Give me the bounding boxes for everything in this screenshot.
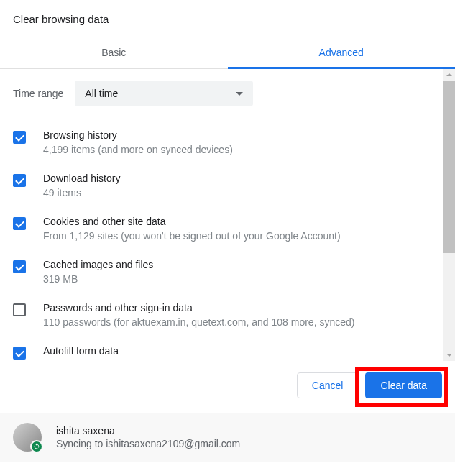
time-range-select[interactable]: All time: [75, 81, 253, 106]
item-content: Cached images and files 319 MB: [43, 259, 442, 285]
item-title: Download history: [43, 173, 442, 184]
item-title: Cached images and files: [43, 259, 442, 270]
item-browsing-history: Browsing history 4,199 items (and more o…: [13, 129, 442, 155]
checkbox-cookies[interactable]: [13, 217, 26, 230]
checkbox-cached[interactable]: [13, 260, 26, 273]
item-content: Cookies and other site data From 1,129 s…: [43, 216, 442, 242]
item-desc: 319 MB: [43, 273, 442, 285]
content-area: Time range All time Browsing history 4,1…: [0, 69, 455, 361]
scrollbar[interactable]: [443, 69, 455, 361]
time-range-label: Time range: [13, 88, 63, 99]
item-passwords: Passwords and other sign-in data 110 pas…: [13, 302, 442, 328]
item-desc: 110 passwords (for aktuexam.in, quetext.…: [43, 316, 442, 328]
scrollbar-thumb[interactable]: [443, 81, 455, 253]
sync-status: Syncing to ishitasaxena2109@gmail.com: [56, 438, 240, 449]
item-cookies: Cookies and other site data From 1,129 s…: [13, 216, 442, 242]
time-range-row: Time range All time: [13, 81, 442, 106]
item-title: Autofill form data: [43, 345, 442, 357]
avatar: [13, 423, 42, 452]
item-download-history: Download history 49 items: [13, 173, 442, 198]
item-title: Cookies and other site data: [43, 216, 442, 227]
button-row: Cancel Clear data: [0, 361, 455, 413]
footer: ishita saxena Syncing to ishitasaxena210…: [0, 413, 455, 462]
checkbox-autofill[interactable]: [13, 347, 26, 360]
item-title: Browsing history: [43, 129, 442, 141]
item-title: Passwords and other sign-in data: [43, 302, 442, 313]
item-content: Autofill form data: [43, 345, 442, 360]
item-content: Browsing history 4,199 items (and more o…: [43, 129, 442, 155]
item-content: Passwords and other sign-in data 110 pas…: [43, 302, 442, 328]
content-wrap: Time range All time Browsing history 4,1…: [0, 69, 455, 361]
cancel-button[interactable]: Cancel: [297, 372, 359, 398]
checkbox-passwords[interactable]: [13, 303, 26, 316]
checkbox-download-history[interactable]: [13, 174, 26, 187]
scrollbar-down-icon[interactable]: [443, 349, 455, 361]
item-desc: From 1,129 sites (you won't be signed ou…: [43, 230, 442, 242]
item-autofill: Autofill form data: [13, 345, 442, 360]
clear-data-button[interactable]: Clear data: [365, 372, 442, 398]
tab-advanced[interactable]: Advanced: [228, 38, 456, 68]
tabs: Basic Advanced: [0, 38, 455, 69]
dialog-title: Clear browsing data: [0, 0, 455, 38]
chevron-down-icon: [236, 92, 243, 96]
item-desc: 4,199 items (and more on synced devices): [43, 144, 442, 155]
scrollbar-up-icon[interactable]: [443, 69, 455, 81]
item-cached: Cached images and files 319 MB: [13, 259, 442, 285]
time-range-value: All time: [85, 88, 118, 99]
item-content: Download history 49 items: [43, 173, 442, 198]
sync-icon: [30, 440, 43, 453]
account-name: ishita saxena: [56, 425, 240, 436]
item-desc: 49 items: [43, 187, 442, 198]
footer-text: ishita saxena Syncing to ishitasaxena210…: [56, 425, 240, 449]
checkbox-browsing-history[interactable]: [13, 131, 26, 144]
tab-basic[interactable]: Basic: [0, 38, 228, 68]
